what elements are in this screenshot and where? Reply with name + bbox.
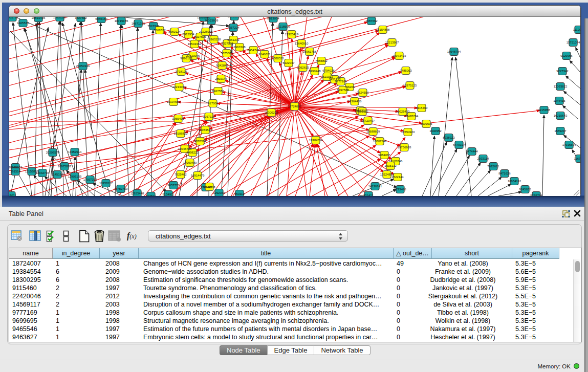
svg-text:9327505: 9327505: [194, 35, 206, 38]
svg-text:1733426: 1733426: [394, 188, 406, 191]
svg-text:8938923: 8938923: [443, 136, 455, 139]
svg-text:15720407: 15720407: [361, 119, 375, 122]
svg-text:1244415: 1244415: [553, 99, 565, 102]
svg-text:1362615: 1362615: [297, 66, 309, 69]
svg-text:5875685: 5875685: [221, 52, 233, 55]
svg-text:9878334: 9878334: [194, 140, 206, 143]
svg-text:10719155: 10719155: [115, 19, 128, 23]
svg-text:917006: 917006: [208, 102, 219, 105]
svg-text:16914479: 16914479: [191, 174, 205, 177]
svg-text:9699695: 9699695: [420, 122, 432, 125]
svg-text:9218764: 9218764: [530, 194, 542, 196]
svg-text:9777169: 9777169: [335, 80, 347, 83]
svg-text:9134911: 9134911: [163, 193, 175, 196]
svg-text:1640952: 1640952: [429, 129, 442, 133]
svg-text:20691406: 20691406: [32, 17, 46, 19]
svg-text:8960124: 8960124: [168, 30, 181, 33]
svg-text:18603022: 18603022: [228, 17, 242, 18]
svg-text:21364436: 21364436: [348, 100, 362, 103]
svg-text:10688609: 10688609: [366, 130, 380, 133]
svg-text:7357224: 7357224: [227, 26, 239, 29]
svg-text:12093822: 12093822: [554, 85, 568, 88]
svg-text:1112064: 1112064: [573, 28, 580, 31]
svg-text:25300205: 25300205: [265, 111, 278, 114]
svg-text:7515546: 7515546: [147, 25, 160, 28]
svg-text:10853287: 10853287: [53, 17, 67, 19]
svg-text:9896123: 9896123: [180, 57, 192, 60]
svg-text:12213967: 12213967: [385, 41, 399, 44]
svg-text:17957253: 17957253: [83, 178, 97, 181]
svg-text:23226058: 23226058: [199, 30, 213, 33]
svg-text:18724007: 18724007: [288, 105, 301, 108]
svg-text:12975125: 12975125: [403, 84, 417, 87]
svg-text:16671355: 16671355: [132, 22, 145, 25]
svg-text:9474444: 9474444: [466, 150, 478, 153]
svg-text:7986322: 7986322: [356, 110, 368, 113]
svg-text:2055713: 2055713: [9, 17, 18, 19]
svg-text:7663822: 7663822: [154, 29, 166, 32]
svg-text:6794028: 6794028: [322, 69, 335, 72]
svg-text:931011: 931011: [9, 194, 16, 196]
svg-text:16648784: 16648784: [447, 50, 461, 53]
svg-text:2933114: 2933114: [477, 157, 490, 160]
svg-text:12942737: 12942737: [36, 171, 50, 174]
svg-text:2803144: 2803144: [215, 77, 227, 80]
svg-text:5322037: 5322037: [282, 61, 295, 64]
svg-text:29053346: 29053346: [76, 64, 90, 68]
svg-text:14099489: 14099489: [183, 161, 197, 164]
svg-text:15751074: 15751074: [567, 41, 580, 44]
svg-text:104511: 104511: [146, 194, 156, 196]
svg-text:9115460: 9115460: [416, 106, 428, 110]
svg-text:7955812: 7955812: [315, 59, 328, 62]
svg-text:931421: 931421: [363, 194, 374, 196]
svg-text:1145194: 1145194: [52, 173, 64, 176]
svg-text:1527602: 1527602: [75, 17, 87, 19]
svg-text:5461233: 5461233: [227, 38, 239, 41]
svg-text:16120746: 16120746: [389, 160, 403, 163]
svg-text:8427552: 8427552: [212, 90, 224, 93]
svg-text:16210643: 16210643: [554, 114, 568, 117]
svg-text:15353593: 15353593: [199, 128, 212, 132]
svg-text:10107553: 10107553: [167, 100, 181, 103]
svg-text:18495794: 18495794: [405, 115, 419, 118]
svg-text:13640910: 13640910: [295, 42, 309, 45]
svg-text:17654923: 17654923: [401, 130, 415, 134]
svg-text:3267110: 3267110: [203, 115, 215, 118]
svg-text:20206570: 20206570: [46, 151, 60, 154]
svg-text:3215958: 3215958: [538, 108, 550, 112]
svg-text:10654112: 10654112: [508, 180, 521, 183]
svg-text:17359914: 17359914: [68, 150, 82, 154]
svg-text:19384554: 19384554: [309, 139, 323, 142]
svg-text:1405571: 1405571: [17, 21, 29, 25]
svg-text:9245652: 9245652: [519, 188, 531, 191]
svg-text:12923448: 12923448: [130, 192, 144, 195]
svg-text:1292344: 1292344: [213, 191, 225, 194]
svg-text:8990448: 8990448: [309, 70, 321, 73]
svg-text:2718126: 2718126: [175, 70, 187, 73]
svg-text:19218506: 19218506: [276, 25, 290, 28]
svg-text:10975887: 10975887: [58, 165, 72, 168]
svg-text:9146821: 9146821: [258, 53, 271, 56]
svg-text:9129966: 9129966: [560, 54, 573, 57]
svg-text:19756928: 19756928: [398, 146, 411, 149]
svg-text:18807249: 18807249: [373, 140, 387, 143]
svg-text:6966160: 6966160: [95, 17, 107, 20]
svg-text:18363238: 18363238: [207, 38, 221, 41]
svg-text:10025433: 10025433: [396, 110, 410, 113]
svg-text:9657771: 9657771: [167, 184, 180, 187]
svg-text:12905135: 12905135: [68, 175, 82, 178]
svg-text:8912954: 8912954: [182, 33, 194, 36]
svg-text:16543362: 16543362: [188, 42, 202, 46]
svg-text:3624554: 3624554: [357, 91, 369, 94]
svg-text:16053809: 16053809: [205, 19, 219, 22]
svg-text:16961758: 16961758: [303, 50, 317, 53]
svg-text:12213369: 12213369: [172, 85, 186, 89]
svg-text:2522144: 2522144: [391, 176, 404, 179]
svg-text:391514: 391514: [10, 170, 21, 173]
svg-text:14136141: 14136141: [368, 185, 382, 188]
svg-text:1588520: 1588520: [272, 57, 284, 60]
svg-text:13325419: 13325419: [285, 33, 299, 36]
svg-text:16154808: 16154808: [376, 28, 390, 31]
svg-text:6497568: 6497568: [337, 89, 349, 92]
svg-text:8454749: 8454749: [247, 49, 259, 52]
